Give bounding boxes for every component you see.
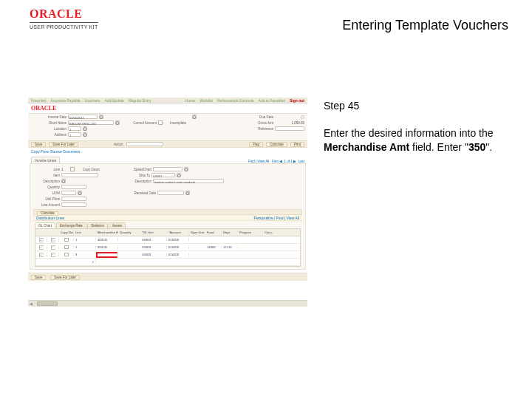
invoice-date-label: Invoice Date bbox=[31, 115, 66, 119]
toplink[interactable]: Home bbox=[185, 98, 195, 103]
add-row-icon[interactable]: + bbox=[39, 253, 44, 257]
cell-glunit[interactable]: US001 bbox=[140, 238, 167, 242]
embedded-screenshot: Favorites Accounts Payable Vouchers Add/… bbox=[28, 98, 307, 309]
action-select[interactable] bbox=[126, 142, 163, 146]
line-number: 1 bbox=[61, 168, 69, 171]
copydown-check[interactable] bbox=[64, 238, 69, 242]
invoice-date-field[interactable]: 03/16/2011 bbox=[68, 115, 98, 119]
cell-fund[interactable]: 14000 bbox=[205, 245, 222, 249]
copydown-check[interactable] bbox=[64, 245, 69, 249]
calc-bar: Calculate bbox=[33, 209, 302, 215]
crumb[interactable]: Regular Entry bbox=[129, 98, 151, 103]
crumb[interactable]: Accounts Payable bbox=[51, 98, 81, 103]
invoice-lines-tab[interactable]: Invoice Lines bbox=[31, 157, 60, 163]
grid-nav[interactable]: Find | View All First ◀ 1 of 1 ▶ Last bbox=[248, 160, 307, 163]
toplink[interactable]: Add to Favorites bbox=[259, 98, 285, 103]
cell-glunit[interactable]: US001 bbox=[140, 245, 167, 249]
personalize-link[interactable]: Personalize | Find | View All bbox=[254, 216, 299, 219]
speedchart-field[interactable] bbox=[153, 167, 183, 171]
lookup-icon[interactable] bbox=[83, 132, 87, 137]
merchandise-amt-input-highlighted[interactable] bbox=[96, 252, 117, 258]
line-amt-field[interactable] bbox=[61, 202, 86, 207]
shipto-field[interactable]: US001 bbox=[151, 173, 175, 177]
add-row-icon[interactable]: + bbox=[39, 245, 44, 250]
remove-row-icon[interactable]: − bbox=[51, 238, 55, 242]
cell-account[interactable]: 616200 bbox=[167, 253, 189, 256]
desc-label2: Description bbox=[125, 180, 151, 183]
lookup-icon[interactable] bbox=[192, 115, 197, 119]
copy-from-source-link[interactable]: Copy From Source Document bbox=[28, 148, 307, 155]
cell-line: 1 bbox=[74, 238, 96, 242]
copydown-check[interactable] bbox=[64, 253, 69, 256]
oracle-wordmark: ORACLE bbox=[30, 7, 98, 21]
speedchart-label: SpeedChart bbox=[125, 168, 151, 171]
incomplete-checkbox[interactable] bbox=[158, 120, 163, 125]
lookup-icon[interactable] bbox=[83, 126, 87, 131]
instruction-value: 350 bbox=[468, 141, 485, 153]
save-for-later-button-bottom[interactable]: Save For Later bbox=[50, 275, 80, 280]
received-field[interactable] bbox=[157, 191, 184, 195]
uom-field[interactable] bbox=[61, 191, 76, 195]
lookup-icon[interactable] bbox=[78, 191, 82, 195]
col-copy-down: Copy Down bbox=[59, 231, 74, 234]
calculate-line-button[interactable]: Calculate bbox=[37, 211, 58, 216]
save-button[interactable]: Save bbox=[31, 142, 46, 147]
qty-label: Quantity bbox=[33, 185, 60, 189]
lookup-icon[interactable] bbox=[61, 179, 66, 183]
cell-merch-amt[interactable]: 350.00 bbox=[96, 245, 118, 249]
tab-exchange-rate[interactable]: Exchange Rate bbox=[56, 222, 86, 228]
remove-row-icon[interactable]: − bbox=[51, 253, 55, 257]
calendar-icon[interactable] bbox=[185, 191, 190, 195]
calendar-icon[interactable] bbox=[99, 115, 103, 119]
col-class: Class bbox=[263, 231, 279, 234]
calculate-button[interactable]: Calculate bbox=[266, 142, 287, 147]
instruction-part3: ". bbox=[485, 141, 492, 153]
location-label: Location bbox=[31, 127, 66, 131]
action-bar: Save Save For Later Action Flag Calculat… bbox=[28, 140, 307, 148]
print-button[interactable]: Print bbox=[290, 142, 304, 147]
cell-account[interactable]: 616200 bbox=[167, 245, 189, 249]
crumb[interactable]: Vouchers bbox=[85, 98, 100, 103]
desc-field[interactable]: leodem sudem Lester vendredi bbox=[153, 179, 224, 183]
item-field[interactable] bbox=[61, 173, 98, 177]
cell-dept[interactable]: 11110 bbox=[222, 245, 238, 249]
toplink[interactable]: Performance Docmnts bbox=[217, 98, 254, 103]
sign-out-link[interactable]: Sign out bbox=[290, 98, 304, 103]
crumb[interactable]: Favorites bbox=[31, 98, 47, 103]
qty-field[interactable] bbox=[61, 185, 86, 189]
unit-price-field[interactable] bbox=[61, 197, 86, 201]
save-button-bottom[interactable]: Save bbox=[31, 275, 46, 280]
cell-account[interactable]: 616200 bbox=[167, 238, 189, 242]
copy-down-checkbox[interactable] bbox=[70, 167, 75, 171]
line-amt-label: Line Amount bbox=[33, 203, 60, 207]
tab-assets[interactable]: Assets bbox=[109, 222, 126, 228]
lookup-icon[interactable] bbox=[184, 167, 188, 171]
toplink[interactable]: Worklist bbox=[200, 98, 213, 103]
upk-subtitle: USER PRODUCTIVITY KIT bbox=[30, 22, 98, 30]
cell-merch-amt[interactable]: 400.00 bbox=[96, 238, 118, 242]
add-row-icon[interactable]: + bbox=[39, 238, 44, 242]
tab-statistics[interactable]: Statistics bbox=[87, 222, 108, 228]
scrollbar-thumb[interactable] bbox=[37, 301, 58, 306]
dist-lines-link[interactable]: Distribution Lines bbox=[36, 216, 64, 219]
grid-row: + − 2 350.00 US001 616200 14000 11110 bbox=[35, 244, 300, 251]
lookup-icon[interactable] bbox=[177, 173, 181, 177]
cell-glunit[interactable]: US001 bbox=[140, 253, 167, 256]
horizontal-scrollbar[interactable]: ◀ bbox=[28, 300, 307, 307]
short-name-field[interactable]: EAGLEEYEINC-001 bbox=[68, 120, 114, 125]
save-for-later-button[interactable]: Save For Later bbox=[49, 142, 78, 147]
tab-gl-chart[interactable]: GL Chart bbox=[35, 222, 55, 228]
gross-amt-label: Due Date bbox=[244, 115, 273, 119]
address-field[interactable]: 1 bbox=[68, 132, 81, 137]
col-quantity: Quantity bbox=[118, 231, 140, 234]
col-merch-amt: Merchandise Amt bbox=[96, 231, 118, 234]
ref-field[interactable] bbox=[275, 126, 304, 131]
flag-button[interactable]: Flag bbox=[249, 142, 263, 147]
col-gl-unit: *GL Unit bbox=[140, 231, 167, 234]
location-field[interactable]: 1 bbox=[68, 126, 81, 131]
breadcrumb-bar: Favorites Accounts Payable Vouchers Add/… bbox=[28, 98, 307, 103]
lookup-icon[interactable] bbox=[115, 120, 120, 125]
crumb[interactable]: Add/Update bbox=[104, 98, 123, 103]
slide-root: ORACLE USER PRODUCTIVITY KIT Entering Te… bbox=[0, 0, 532, 399]
remove-row-icon[interactable]: − bbox=[51, 245, 55, 250]
